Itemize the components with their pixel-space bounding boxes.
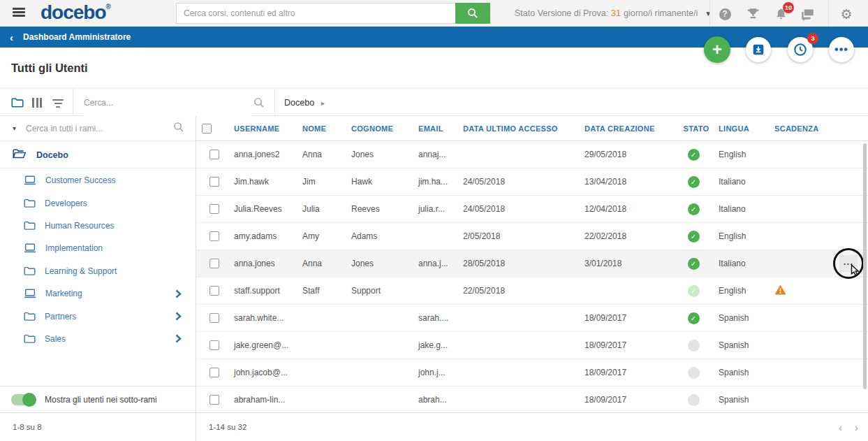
- sidebar-item-sales[interactable]: Sales: [0, 328, 196, 350]
- users-pagination-text: 1-14 su 32: [209, 423, 247, 431]
- row-checkbox[interactable]: [209, 231, 219, 241]
- cell-username: john.jacob@...: [228, 368, 297, 377]
- cell-username: abraham-lin...: [228, 395, 297, 405]
- row-checkbox[interactable]: [209, 313, 219, 323]
- column-header-nome[interactable]: NOME: [297, 124, 346, 133]
- folder-icon: [24, 266, 36, 276]
- sidebar-item-human-resources[interactable]: Human Resources: [0, 215, 196, 237]
- cell-email: julia.r...: [413, 204, 457, 214]
- clock-icon: [793, 43, 807, 57]
- status-badge-active: ✓: [688, 231, 700, 243]
- sidebar-item-docebo-root[interactable]: Docebo: [0, 142, 196, 168]
- table-row[interactable]: amy.adamsAmyAdams2/05/201822/02/2018✓Eng…: [196, 223, 868, 250]
- cell-email: anna.j...: [413, 259, 457, 268]
- sidebar-item-learning-support[interactable]: Learning & Support: [0, 260, 196, 282]
- trial-status[interactable]: Stato Versione di Prova: 31 giorno/i rim…: [515, 0, 712, 27]
- breadcrumb-root[interactable]: Docebo: [284, 98, 314, 108]
- row-checkbox[interactable]: [209, 368, 219, 377]
- table-row[interactable]: john.jacob@...john.j...18/09/2017Spanish: [196, 359, 868, 386]
- table-row[interactable]: anna.jonesAnnaJonesanna.j...28/05/20183/…: [196, 250, 868, 277]
- table-row[interactable]: Julia.ReevesJuliaReevesjulia.r...24/05/2…: [196, 196, 868, 223]
- docebo-logo[interactable]: docebo®: [41, 1, 111, 24]
- row-checkbox[interactable]: [209, 259, 219, 268]
- sidebar-item-partners[interactable]: Partners: [0, 305, 196, 327]
- global-search-button[interactable]: [455, 3, 490, 24]
- branch-search-icon[interactable]: [173, 122, 184, 136]
- pagination-next-button[interactable]: ›: [855, 421, 858, 433]
- select-all-checkbox[interactable]: [202, 124, 212, 133]
- table-row[interactable]: Jim.hawkJimHawkjim.ha...24/05/201813/04/…: [196, 168, 868, 196]
- table-row[interactable]: staff.supportStaffSupport22/05/2018✓Engl…: [196, 277, 868, 305]
- table-search-input[interactable]: [84, 89, 251, 117]
- cell-scadenza: [769, 284, 827, 297]
- column-header-lingua[interactable]: LINGUA: [713, 124, 769, 133]
- cell-lingua: English: [713, 150, 769, 159]
- row-checkbox[interactable]: [209, 395, 219, 405]
- cell-ultimo_accesso: 28/05/2018: [457, 259, 579, 268]
- table-row[interactable]: anna.jones2AnnaJonesannaj...29/05/2018✓E…: [196, 141, 868, 168]
- table-row[interactable]: sarah.white...sarah....18/09/2017✓Spanis…: [196, 305, 868, 332]
- help-button[interactable]: ?: [717, 6, 733, 22]
- table-search-icon[interactable]: [253, 97, 265, 111]
- cell-creazione: 22/02/2018: [579, 231, 674, 241]
- branch-search-input[interactable]: [26, 124, 173, 133]
- branch-search-caret-icon[interactable]: ▾: [13, 124, 16, 132]
- column-view-button[interactable]: [32, 98, 45, 109]
- status-badge-active: ✓: [688, 176, 700, 188]
- chevron-right-icon[interactable]: [175, 289, 182, 298]
- display-icon: [24, 243, 36, 253]
- divider: [274, 89, 275, 117]
- column-header-cognome[interactable]: COGNOME: [346, 124, 413, 133]
- branch-search: ▾: [0, 116, 196, 141]
- background-jobs-button[interactable]: 3: [788, 37, 813, 62]
- settings-button[interactable]: ⚙: [839, 6, 854, 22]
- chevron-right-icon[interactable]: [175, 312, 182, 321]
- column-header-data-creazione[interactable]: DATA CREAZIONE: [579, 124, 674, 133]
- trial-status-suffix: giorno/i rimanente/i: [624, 8, 698, 18]
- folder-icon: [24, 198, 36, 208]
- pagination-prev-button[interactable]: ‹: [839, 421, 842, 433]
- row-checkbox[interactable]: [209, 204, 219, 214]
- cell-creazione: 18/09/2017: [579, 313, 674, 323]
- status-badge-active: ✓: [688, 258, 700, 270]
- trophy-icon: [746, 8, 760, 21]
- hamburger-menu-icon[interactable]: [13, 8, 25, 17]
- more-actions-button[interactable]: •••: [829, 37, 854, 62]
- status-badge-pending: ✓: [688, 285, 700, 297]
- add-user-button[interactable]: +: [704, 36, 730, 63]
- row-checkbox[interactable]: [209, 286, 219, 296]
- breadcrumb[interactable]: Docebo ▸: [284, 89, 325, 117]
- row-checkbox[interactable]: [209, 177, 219, 187]
- branch-view-button[interactable]: [11, 97, 24, 108]
- sidebar-item-marketing[interactable]: Marketing: [0, 282, 196, 305]
- sidebar-item-implementation[interactable]: Implementation: [0, 237, 196, 259]
- row-actions-menu-button[interactable]: ···: [839, 255, 858, 272]
- gamification-button[interactable]: [745, 6, 760, 22]
- chevron-right-icon[interactable]: [175, 334, 182, 343]
- archive-download-icon: [752, 43, 765, 56]
- filter-button[interactable]: [52, 99, 64, 110]
- sidebar-item-customer-success[interactable]: Customer Success: [0, 169, 196, 191]
- table-row[interactable]: abraham-lin...abrah...18/09/2017Spanish: [196, 386, 868, 414]
- row-checkbox[interactable]: [209, 150, 219, 159]
- notifications-button[interactable]: 10: [773, 6, 788, 22]
- global-search-input[interactable]: [176, 3, 455, 24]
- column-header-scadenza[interactable]: SCADENZA: [769, 124, 827, 133]
- cell-email: abrah...: [413, 395, 457, 405]
- back-chevron-icon[interactable]: ‹: [10, 31, 13, 43]
- row-checkbox[interactable]: [209, 340, 219, 350]
- column-header-data-ultimo-accesso[interactable]: DATA ULTIMO ACCESSO: [457, 124, 579, 133]
- app-window: docebo® Stato Versione di Prova: 31 gior…: [0, 0, 868, 441]
- status-badge-inactive: [688, 367, 700, 379]
- show-users-subbranches-toggle[interactable]: [11, 394, 35, 405]
- back-to-dashboard-link[interactable]: Dashboard Amministratore: [23, 32, 131, 42]
- column-header-stato[interactable]: STATO: [674, 124, 713, 133]
- sidebar-item-developers[interactable]: Developers: [0, 191, 196, 214]
- table-row[interactable]: jake.green@...jake.g...18/09/2017Spanish: [196, 332, 868, 359]
- branch-label: Developers: [45, 198, 87, 208]
- column-header-email[interactable]: EMAIL: [413, 124, 457, 133]
- vertical-scrollbar[interactable]: [863, 143, 867, 389]
- import-export-button[interactable]: [746, 37, 771, 62]
- column-header-username[interactable]: USERNAME: [228, 124, 297, 133]
- messages-button[interactable]: [800, 6, 815, 22]
